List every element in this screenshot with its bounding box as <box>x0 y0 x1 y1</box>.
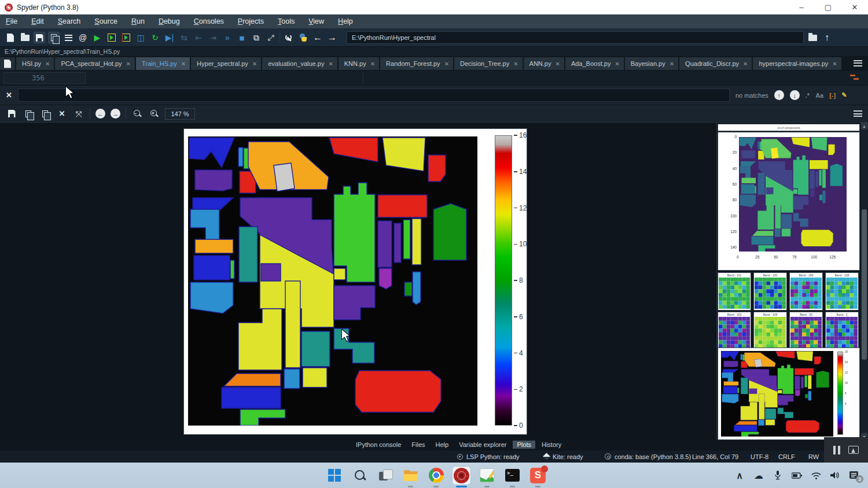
copy-plot-button[interactable] <box>39 108 51 120</box>
menu-view[interactable]: View <box>308 17 324 25</box>
pause-icon[interactable] <box>833 446 840 454</box>
step-over-button[interactable]: ⇆ <box>178 32 190 43</box>
microphone-icon[interactable] <box>772 469 784 481</box>
tab-close-icon[interactable]: ✕ <box>370 61 375 67</box>
find-input[interactable] <box>18 88 730 102</box>
pane-tab-variable-explorer[interactable]: Variable explorer <box>455 441 510 449</box>
working-directory-input[interactable]: E:\PythonRun\Hyper_spectral <box>347 31 804 44</box>
onedrive-cloud-icon[interactable]: ☁ <box>753 469 764 481</box>
next-plot-button[interactable]: → <box>111 109 120 119</box>
search-button[interactable] <box>351 467 369 485</box>
tab-close-icon[interactable]: ✕ <box>328 61 333 67</box>
menu-edit[interactable]: Edit <box>31 17 44 25</box>
browse-tabs-menu-icon[interactable] <box>854 60 862 66</box>
save-button[interactable] <box>34 32 45 43</box>
fast-forward-button[interactable]: » <box>222 32 233 43</box>
find-next-button[interactable]: ↓ <box>790 90 800 100</box>
tab-close-icon[interactable]: ✕ <box>615 61 619 67</box>
editor-tab-evaluation_value-py[interactable]: evaluation_value.py✕ <box>262 57 339 70</box>
chrome-button[interactable] <box>427 467 445 485</box>
wifi-icon[interactable] <box>810 469 822 481</box>
pane-tab-plots[interactable]: Plots <box>513 441 535 449</box>
editor-tab-pca_spectral_hot-py[interactable]: PCA_spectral_Hot.py✕ <box>55 57 136 70</box>
editor-tab-quadratic_discr-py[interactable]: Quadratic_Discr.py✕ <box>679 57 753 70</box>
thumbnail-classification-map[interactable]: 6810121416 <box>718 348 859 439</box>
fit-to-window-button[interactable]: ⤧ <box>73 108 84 120</box>
screen-recorder-button[interactable]: S <box>529 467 547 485</box>
case-sensitive-toggle[interactable]: Aa <box>815 92 823 99</box>
stop-button[interactable]: ■ <box>236 32 248 43</box>
preferences-button[interactable] <box>283 32 295 43</box>
picture-icon[interactable] <box>848 446 859 454</box>
tab-close-icon[interactable]: ✕ <box>556 61 560 67</box>
pane-tab-files[interactable]: Files <box>407 441 429 449</box>
thumbnail-pca-map[interactable]: 0204060801001201400255075100125 <box>718 132 859 270</box>
previous-plot-button[interactable]: ← <box>95 109 105 119</box>
run-button[interactable]: ▶ <box>91 32 103 43</box>
file-explorer-button[interactable] <box>402 467 420 485</box>
save-all-button[interactable] <box>48 32 60 43</box>
browse-tabs-file-button[interactable] <box>0 57 15 70</box>
editor-tab-ada_boost-py[interactable]: Ada_Boost.py✕ <box>565 57 625 70</box>
thumbnail-band-plot[interactable]: Band - 159 <box>790 273 822 310</box>
tab-close-icon[interactable]: ✕ <box>444 61 449 67</box>
thumbnail-band-plot[interactable]: Band - 101 <box>718 273 751 310</box>
save-all-plots-button[interactable] <box>23 108 34 120</box>
pane-tab-ipython-console[interactable]: IPython console <box>352 441 405 449</box>
run-selection-button[interactable]: ◫ <box>135 32 146 43</box>
editor-tab-decision_tree-py[interactable]: Decision_Tree.py✕ <box>454 57 524 70</box>
tab-close-icon[interactable]: ✕ <box>126 61 131 67</box>
start-button[interactable] <box>325 467 343 485</box>
menu-projects[interactable]: Projects <box>238 17 264 25</box>
menu-tools[interactable]: Tools <box>278 17 295 25</box>
step-out-button[interactable]: ⇥ <box>207 32 219 43</box>
editor-tab-bayesian-py[interactable]: Bayesian.py✕ <box>625 57 679 70</box>
task-view-button[interactable] <box>376 467 394 485</box>
regex-toggle[interactable]: .* <box>806 92 810 99</box>
menu-consoles[interactable]: Consoles <box>194 17 224 25</box>
find-previous-button[interactable]: ↑ <box>774 90 784 100</box>
tab-close-icon[interactable]: ✕ <box>45 61 50 67</box>
forward-button[interactable]: → <box>326 32 338 43</box>
battery-icon[interactable] <box>791 469 803 481</box>
tab-close-icon[interactable]: ✕ <box>670 61 674 67</box>
tab-close-icon[interactable]: ✕ <box>832 61 837 67</box>
whole-word-toggle[interactable]: [-] <box>829 92 836 99</box>
tab-close-icon[interactable]: ✕ <box>181 61 186 67</box>
image-editor-button[interactable] <box>478 467 496 485</box>
python-path-button[interactable] <box>297 32 309 43</box>
notification-icon[interactable]: 3 <box>848 469 860 481</box>
minimize-button[interactable]: – <box>788 0 815 14</box>
thumbnail-band-plot[interactable]: Band - 2 <box>826 312 858 349</box>
highlight-matches-toggle[interactable]: ✎ <box>841 91 847 99</box>
plots-options-menu-icon[interactable] <box>854 110 862 117</box>
thumbnail-band-plot[interactable]: Band - 130 <box>754 273 786 310</box>
tab-close-icon[interactable]: ✕ <box>743 61 748 67</box>
new-window-button[interactable]: ⧉ <box>251 32 262 43</box>
editor-tab-hsi-py[interactable]: HSI.py✕ <box>16 57 55 70</box>
parent-directory-button[interactable]: ↑ <box>821 32 833 43</box>
maximize-button[interactable]: ▢ <box>815 0 841 14</box>
editor-tab-hyperspectral-images-py[interactable]: hyperspectral-images.py✕ <box>753 57 842 70</box>
rerun-button[interactable]: ↻ <box>149 32 161 43</box>
main-plot-figure[interactable]: 0246810121416 <box>184 129 527 434</box>
editor-tab-train_hs-py[interactable]: Train_HS.py✕ <box>136 57 191 70</box>
browse-directory-button[interactable] <box>807 32 818 43</box>
volume-icon[interactable] <box>829 469 841 481</box>
menu-debug[interactable]: Debug <box>159 17 180 25</box>
tab-close-icon[interactable]: ✕ <box>252 61 257 67</box>
print-button[interactable] <box>62 32 74 43</box>
menu-search[interactable]: Search <box>58 17 81 25</box>
tab-close-icon[interactable]: ✕ <box>513 61 518 67</box>
editor-tab-random_forest-py[interactable]: Random_Forest.py✕ <box>380 57 454 70</box>
menu-source[interactable]: Source <box>94 17 117 25</box>
zoom-out-button[interactable]: - <box>131 108 143 120</box>
menu-run[interactable]: Run <box>131 17 145 25</box>
step-into-button[interactable]: ⇤ <box>193 32 204 43</box>
scrollbar-thumb[interactable] <box>862 209 867 360</box>
open-file-button[interactable] <box>19 32 31 43</box>
sidebar-scrollbar[interactable]: ▲ ▼ <box>860 123 868 440</box>
save-plot-button[interactable] <box>6 108 17 120</box>
remove-plot-button[interactable]: ✕ <box>56 108 68 120</box>
editor-tab-hyper_spectral-py[interactable]: Hyper_spectral.py✕ <box>191 57 262 70</box>
